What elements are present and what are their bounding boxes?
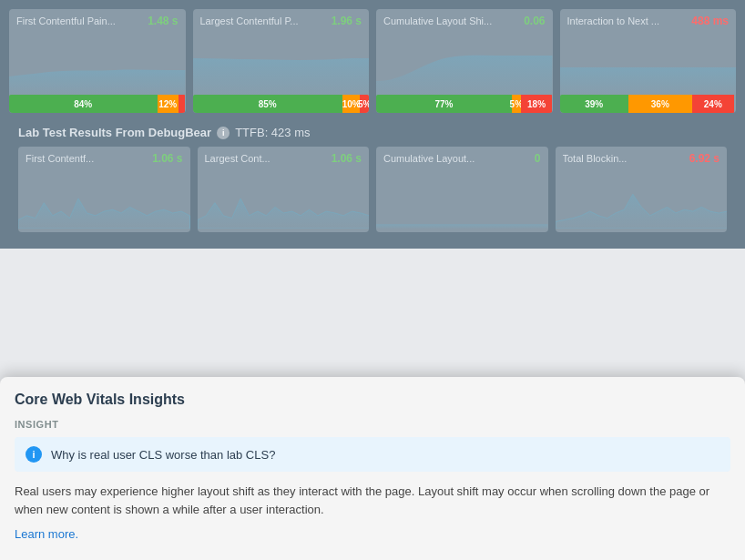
- lab-chart-fcp: [18, 168, 190, 232]
- seg-green-lcp: 85%: [193, 95, 342, 113]
- chart-fcp: [9, 31, 186, 95]
- lab-metric-title-tbt: Total Blockin...: [563, 153, 628, 164]
- lab-metric-lcp: Largest Cont... 1.06 s: [198, 147, 370, 232]
- metric-title-lcp: Largest Contentful P...: [200, 15, 299, 26]
- lab-metric-cls: Cumulative Layout... 0: [376, 147, 548, 232]
- lab-metric-header-fcp: First Contentf... 1.06 s: [18, 147, 190, 168]
- lab-metric-fcp: First Contentf... 1.06 s: [18, 147, 190, 232]
- lab-section: Lab Test Results From DebugBear i TTFB: …: [9, 120, 736, 239]
- seg-orange-inp: 36%: [628, 95, 692, 113]
- lab-metric-value-tbt: 6.92 s: [689, 152, 719, 165]
- seg-red-inp: 24%: [692, 95, 734, 113]
- lab-metric-tbt: Total Blockin... 6.92 s: [556, 147, 728, 232]
- metric-card-lcp: Largest Contentful P... 1.96 s 85% 10%: [193, 9, 370, 113]
- metric-header-cls: Cumulative Layout Shi... 0.06: [376, 9, 553, 31]
- lab-metric-title-lcp: Largest Cont...: [205, 153, 270, 164]
- lab-chart-cls: [376, 168, 548, 232]
- lab-metric-value-fcp: 1.06 s: [152, 152, 182, 165]
- progress-inp: 39% 36% 24%: [560, 95, 737, 113]
- metric-header-inp: Interaction to Next ... 488 ms: [560, 9, 737, 31]
- lab-metric-header-cls: Cumulative Layout... 0: [376, 147, 548, 168]
- seg-green-fcp: 84%: [9, 95, 158, 113]
- metric-title-fcp: First Contentful Pain...: [16, 15, 116, 26]
- insights-title: Core Web Vitals Insights: [15, 392, 730, 408]
- learn-more-link[interactable]: Learn more.: [15, 527, 78, 541]
- lab-chart-lcp: [198, 168, 370, 232]
- seg-red-lcp: 5%: [360, 95, 369, 113]
- chart-lcp: [193, 31, 370, 95]
- lab-metric-value-cls: 0: [535, 152, 541, 165]
- lab-title: Lab Test Results From DebugBear: [18, 126, 211, 139]
- lab-metrics-grid: First Contentf... 1.06 s: [18, 147, 727, 232]
- real-user-metrics-grid: First Contentful Pain... 1.48 s 84% 12%: [9, 9, 736, 113]
- metric-header-lcp: Largest Contentful P... 1.96 s: [193, 9, 370, 31]
- metric-header-fcp: First Contentful Pain... 1.48 s: [9, 9, 186, 31]
- metric-title-cls: Cumulative Layout Shi...: [383, 15, 492, 26]
- metric-card-cls: Cumulative Layout Shi... 0.06 77% 5%: [376, 9, 553, 113]
- seg-orange-cls: 5%: [512, 95, 521, 113]
- lab-header: Lab Test Results From DebugBear i TTFB: …: [18, 126, 727, 139]
- metric-card-inp: Interaction to Next ... 488 ms 39% 36%: [560, 9, 737, 113]
- info-icon: i: [217, 127, 230, 139]
- lab-chart-tbt: [556, 168, 728, 232]
- metric-card-fcp: First Contentful Pain... 1.48 s 84% 12%: [9, 9, 186, 113]
- lab-metric-title-fcp: First Contentf...: [26, 153, 94, 164]
- progress-lcp: 85% 10% 5%: [193, 95, 370, 113]
- lab-ttfb: TTFB: 423 ms: [235, 126, 310, 139]
- metric-value-inp: 488 ms: [691, 15, 729, 27]
- seg-green-cls: 77%: [376, 95, 512, 113]
- lab-metric-title-cls: Cumulative Layout...: [383, 153, 475, 164]
- seg-red-fcp: [179, 95, 186, 113]
- seg-orange-fcp: 12%: [158, 95, 179, 113]
- seg-red-cls: 18%: [521, 95, 553, 113]
- lab-metric-header-tbt: Total Blockin... 6.92 s: [556, 147, 728, 168]
- top-section: First Contentful Pain... 1.48 s 84% 12%: [0, 0, 745, 249]
- insights-panel: Core Web Vitals Insights INSIGHT i Why i…: [0, 377, 745, 560]
- metric-value-fcp: 1.48 s: [148, 15, 178, 27]
- metric-value-lcp: 1.96 s: [332, 15, 362, 27]
- insight-question-row: i Why is real user CLS worse than lab CL…: [15, 437, 730, 472]
- insight-question: Why is real user CLS worse than lab CLS?: [51, 448, 275, 462]
- insight-label: INSIGHT: [15, 419, 730, 430]
- insight-description: Real users may experience higher layout …: [15, 483, 730, 518]
- lab-metric-header-lcp: Largest Cont... 1.06 s: [198, 147, 370, 168]
- progress-cls: 77% 5% 18%: [376, 95, 553, 113]
- metric-value-cls: 0.06: [524, 15, 545, 27]
- seg-green-inp: 39%: [560, 95, 628, 113]
- chart-cls: [376, 31, 553, 95]
- insight-info-icon: i: [26, 446, 42, 463]
- lab-metric-value-lcp: 1.06 s: [332, 152, 362, 165]
- metric-title-inp: Interaction to Next ...: [567, 15, 660, 26]
- chart-inp: [560, 31, 737, 95]
- progress-fcp: 84% 12%: [9, 95, 186, 113]
